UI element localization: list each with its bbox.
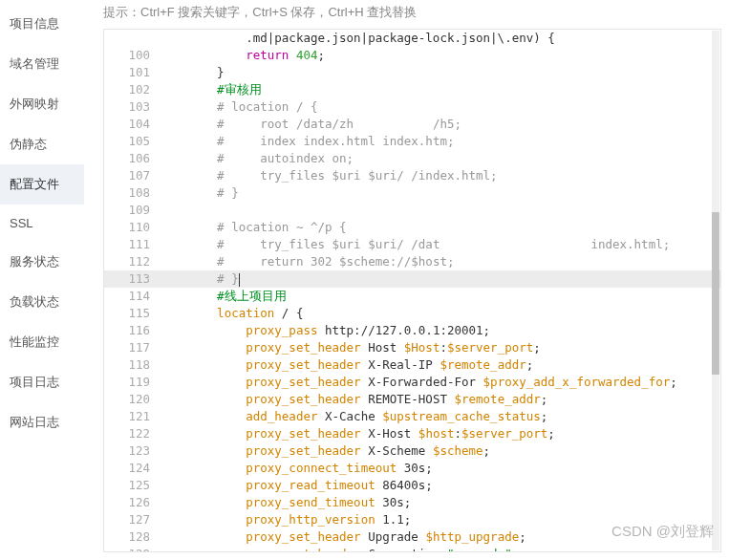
code-content[interactable]: # }: [161, 270, 720, 288]
code-content[interactable]: [161, 202, 720, 219]
line-number: 106: [104, 150, 161, 167]
code-content[interactable]: }: [161, 64, 720, 81]
line-number: 102: [104, 81, 161, 98]
line-number: 115: [104, 305, 161, 322]
code-line[interactable]: 107 # try_files $uri $uri/ /index.html;: [104, 167, 720, 184]
sidebar-item-6[interactable]: 服务状态: [0, 242, 84, 282]
code-content[interactable]: proxy_set_header REMOTE-HOST $remote_add…: [161, 391, 720, 408]
code-content[interactable]: # root /data/zh /h5;: [161, 116, 720, 133]
sidebar-item-10[interactable]: 网站日志: [0, 402, 84, 442]
code-content[interactable]: # }: [161, 184, 720, 202]
code-line[interactable]: 119 proxy_set_header X-Forwarded-For $pr…: [104, 374, 720, 391]
code-content[interactable]: proxy_set_header X-Scheme $scheme;: [161, 442, 720, 460]
code-line[interactable]: 109: [104, 202, 720, 219]
code-line[interactable]: 115 location / {: [104, 305, 720, 322]
line-number: 121: [104, 408, 161, 425]
code-line[interactable]: 114 #线上项目用: [104, 288, 720, 305]
code-line[interactable]: 103 # location / {: [104, 98, 720, 116]
code-line[interactable]: 124 proxy_connect_timeout 30s;: [104, 460, 720, 477]
line-number: 125: [104, 477, 161, 494]
code-line[interactable]: 118 proxy_set_header X-Real-IP $remote_a…: [104, 356, 720, 374]
code-content[interactable]: proxy_connect_timeout 30s;: [161, 460, 720, 477]
line-number: 100: [104, 47, 161, 64]
code-line[interactable]: 105 # index index.html index.htm;: [104, 133, 720, 150]
code-content[interactable]: # index index.html index.htm;: [161, 133, 720, 150]
line-number: 120: [104, 391, 161, 408]
code-line[interactable]: 100 return 404;: [104, 47, 720, 64]
code-content[interactable]: proxy_pass http://127.0.0.1:20001;: [161, 322, 720, 339]
code-line[interactable]: 101 }: [104, 64, 720, 81]
sidebar-item-8[interactable]: 性能监控: [0, 322, 84, 362]
code-line[interactable]: 123 proxy_set_header X-Scheme $scheme;: [104, 442, 720, 460]
code-content[interactable]: .md|package.json|package-lock.json|\.env…: [161, 30, 720, 47]
sidebar-item-3[interactable]: 伪静态: [0, 124, 84, 164]
line-number: [104, 30, 161, 47]
line-number: 122: [104, 425, 161, 442]
line-number: 119: [104, 374, 161, 391]
code-content[interactable]: proxy_send_timeout 30s;: [161, 494, 720, 511]
code-content[interactable]: # location / {: [161, 98, 720, 116]
code-content[interactable]: proxy_set_header X-Real-IP $remote_addr;: [161, 356, 720, 374]
line-number: 110: [104, 219, 161, 236]
line-number: 114: [104, 288, 161, 305]
code-content[interactable]: add_header X-Cache $upstream_cache_statu…: [161, 408, 720, 425]
code-content[interactable]: proxy_set_header X-Host $host:$server_po…: [161, 425, 720, 442]
line-number: 107: [104, 167, 161, 184]
line-number: 109: [104, 202, 161, 219]
line-number: 126: [104, 494, 161, 511]
code-line[interactable]: 113 # }: [104, 270, 720, 288]
scroll-thumb[interactable]: [712, 212, 719, 375]
code-content[interactable]: #线上项目用: [161, 288, 720, 305]
code-content[interactable]: proxy_read_timeout 86400s;: [161, 477, 720, 494]
code-line[interactable]: 116 proxy_pass http://127.0.0.1:20001;: [104, 322, 720, 339]
line-number: 118: [104, 356, 161, 374]
line-number: 117: [104, 339, 161, 356]
code-content[interactable]: # return 302 $scheme://$host;: [161, 253, 720, 270]
code-content[interactable]: #审核用: [161, 81, 720, 98]
line-number: 104: [104, 116, 161, 133]
code-line[interactable]: .md|package.json|package-lock.json|\.env…: [104, 30, 720, 47]
code-line[interactable]: 129 proxy_set_header Connection "upgrade…: [104, 546, 720, 551]
code-line[interactable]: 111 # try_files $uri $uri/ /dat index.ht…: [104, 236, 720, 253]
scrollbar[interactable]: [712, 31, 719, 550]
line-number: 128: [104, 528, 161, 546]
sidebar-item-5[interactable]: SSL: [0, 205, 84, 242]
code-content[interactable]: return 404;: [161, 47, 720, 64]
code-line[interactable]: 110 # location ~ ^/p {: [104, 219, 720, 236]
code-content[interactable]: # location ~ ^/p {: [161, 219, 720, 236]
hint-text: 提示：Ctrl+F 搜索关键字，Ctrl+S 保存，Ctrl+H 查找替换: [84, 0, 729, 29]
code-content[interactable]: # autoindex on;: [161, 150, 720, 167]
line-number: 129: [104, 546, 161, 551]
sidebar: 项目信息域名管理外网映射伪静态配置文件SSL服务状态负载状态性能监控项目日志网站…: [0, 0, 84, 560]
sidebar-item-4[interactable]: 配置文件: [0, 164, 84, 205]
line-number: 108: [104, 184, 161, 202]
code-line[interactable]: 120 proxy_set_header REMOTE-HOST $remote…: [104, 391, 720, 408]
code-content[interactable]: proxy_set_header Connection "upgrade";: [161, 546, 720, 551]
code-editor[interactable]: .md|package.json|package-lock.json|\.env…: [103, 29, 721, 552]
code-content[interactable]: # try_files $uri $uri/ /dat index.html;: [161, 236, 720, 253]
code-line[interactable]: 121 add_header X-Cache $upstream_cache_s…: [104, 408, 720, 425]
code-content[interactable]: proxy_set_header X-Forwarded-For $proxy_…: [161, 374, 720, 391]
code-line[interactable]: 108 # }: [104, 184, 720, 202]
code-content[interactable]: location / {: [161, 305, 720, 322]
code-line[interactable]: 102 #审核用: [104, 81, 720, 98]
line-number: 103: [104, 98, 161, 116]
line-number: 124: [104, 460, 161, 477]
line-number: 116: [104, 322, 161, 339]
code-line[interactable]: 117 proxy_set_header Host $Host:$server_…: [104, 339, 720, 356]
code-line[interactable]: 104 # root /data/zh /h5;: [104, 116, 720, 133]
sidebar-item-7[interactable]: 负载状态: [0, 282, 84, 322]
sidebar-item-0[interactable]: 项目信息: [0, 4, 84, 44]
code-line[interactable]: 126 proxy_send_timeout 30s;: [104, 494, 720, 511]
sidebar-item-2[interactable]: 外网映射: [0, 84, 84, 124]
line-number: 101: [104, 64, 161, 81]
sidebar-item-9[interactable]: 项目日志: [0, 362, 84, 402]
code-content[interactable]: # try_files $uri $uri/ /index.html;: [161, 167, 720, 184]
code-line[interactable]: 112 # return 302 $scheme://$host;: [104, 253, 720, 270]
code-line[interactable]: 106 # autoindex on;: [104, 150, 720, 167]
sidebar-item-1[interactable]: 域名管理: [0, 44, 84, 84]
code-content[interactable]: proxy_set_header Host $Host:$server_port…: [161, 339, 720, 356]
line-number: 105: [104, 133, 161, 150]
code-line[interactable]: 122 proxy_set_header X-Host $host:$serve…: [104, 425, 720, 442]
code-line[interactable]: 125 proxy_read_timeout 86400s;: [104, 477, 720, 494]
